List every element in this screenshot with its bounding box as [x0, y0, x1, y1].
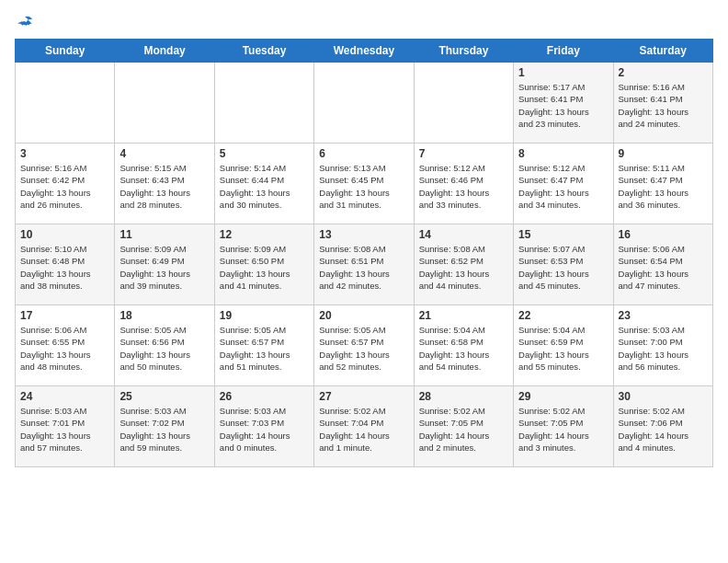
- day-number: 21: [419, 309, 508, 322]
- calendar-cell: [314, 63, 414, 144]
- calendar-cell: 28Sunrise: 5:02 AM Sunset: 7:05 PM Dayli…: [414, 386, 513, 467]
- calendar-cell: 13Sunrise: 5:08 AM Sunset: 6:51 PM Dayli…: [314, 224, 414, 305]
- calendar-table: SundayMondayTuesdayWednesdayThursdayFrid…: [15, 39, 713, 467]
- day-number: 30: [619, 390, 708, 403]
- page-header: [15, 15, 713, 31]
- day-info: Sunrise: 5:04 AM Sunset: 6:58 PM Dayligh…: [419, 324, 508, 373]
- calendar-cell: 2Sunrise: 5:16 AM Sunset: 6:41 PM Daylig…: [613, 63, 712, 144]
- day-info: Sunrise: 5:06 AM Sunset: 6:54 PM Dayligh…: [619, 243, 708, 292]
- day-info: Sunrise: 5:16 AM Sunset: 6:41 PM Dayligh…: [619, 81, 708, 130]
- calendar-cell: [414, 63, 513, 144]
- day-info: Sunrise: 5:02 AM Sunset: 7:05 PM Dayligh…: [419, 405, 508, 454]
- calendar-week-row: 24Sunrise: 5:03 AM Sunset: 7:01 PM Dayli…: [16, 386, 713, 467]
- calendar-cell: 16Sunrise: 5:06 AM Sunset: 6:54 PM Dayli…: [613, 224, 712, 305]
- calendar-header-friday: Friday: [514, 40, 613, 63]
- calendar-cell: [115, 63, 214, 144]
- calendar-cell: 23Sunrise: 5:03 AM Sunset: 7:00 PM Dayli…: [613, 305, 712, 386]
- calendar-cell: [16, 63, 115, 144]
- day-info: Sunrise: 5:02 AM Sunset: 7:05 PM Dayligh…: [518, 405, 608, 454]
- calendar-week-row: 1Sunrise: 5:17 AM Sunset: 6:41 PM Daylig…: [16, 63, 713, 144]
- day-info: Sunrise: 5:03 AM Sunset: 7:03 PM Dayligh…: [220, 405, 309, 454]
- calendar-cell: 30Sunrise: 5:02 AM Sunset: 7:06 PM Dayli…: [613, 386, 712, 467]
- day-number: 23: [619, 309, 708, 322]
- calendar-week-row: 3Sunrise: 5:16 AM Sunset: 6:42 PM Daylig…: [16, 144, 713, 224]
- day-info: Sunrise: 5:06 AM Sunset: 6:55 PM Dayligh…: [20, 324, 109, 373]
- day-info: Sunrise: 5:05 AM Sunset: 6:57 PM Dayligh…: [319, 324, 408, 373]
- day-info: Sunrise: 5:17 AM Sunset: 6:41 PM Dayligh…: [518, 81, 608, 130]
- calendar-week-row: 17Sunrise: 5:06 AM Sunset: 6:55 PM Dayli…: [16, 305, 713, 386]
- day-number: 3: [20, 147, 109, 160]
- day-number: 22: [518, 309, 608, 322]
- day-info: Sunrise: 5:14 AM Sunset: 6:44 PM Dayligh…: [220, 162, 309, 211]
- calendar-cell: 1Sunrise: 5:17 AM Sunset: 6:41 PM Daylig…: [514, 63, 613, 144]
- day-info: Sunrise: 5:03 AM Sunset: 7:00 PM Dayligh…: [619, 324, 708, 373]
- day-number: 9: [619, 147, 708, 160]
- day-number: 4: [119, 147, 209, 160]
- calendar-header-sunday: Sunday: [16, 40, 115, 63]
- calendar-cell: 6Sunrise: 5:13 AM Sunset: 6:45 PM Daylig…: [314, 144, 414, 224]
- calendar-cell: 17Sunrise: 5:06 AM Sunset: 6:55 PM Dayli…: [16, 305, 115, 386]
- calendar-cell: 26Sunrise: 5:03 AM Sunset: 7:03 PM Dayli…: [214, 386, 313, 467]
- day-info: Sunrise: 5:03 AM Sunset: 7:02 PM Dayligh…: [119, 405, 209, 454]
- calendar-header-saturday: Saturday: [613, 40, 712, 63]
- day-info: Sunrise: 5:08 AM Sunset: 6:52 PM Dayligh…: [419, 243, 508, 292]
- calendar-week-row: 10Sunrise: 5:10 AM Sunset: 6:48 PM Dayli…: [16, 224, 713, 305]
- calendar-cell: 11Sunrise: 5:09 AM Sunset: 6:49 PM Dayli…: [115, 224, 214, 305]
- day-info: Sunrise: 5:13 AM Sunset: 6:45 PM Dayligh…: [319, 162, 408, 211]
- day-number: 25: [119, 390, 209, 403]
- calendar-cell: 18Sunrise: 5:05 AM Sunset: 6:56 PM Dayli…: [115, 305, 214, 386]
- calendar-cell: [214, 63, 313, 144]
- calendar-cell: 21Sunrise: 5:04 AM Sunset: 6:58 PM Dayli…: [414, 305, 513, 386]
- day-number: 13: [319, 228, 408, 241]
- day-info: Sunrise: 5:12 AM Sunset: 6:47 PM Dayligh…: [518, 162, 608, 211]
- day-number: 14: [419, 228, 508, 241]
- calendar-header-monday: Monday: [115, 40, 214, 63]
- day-number: 8: [518, 147, 608, 160]
- day-info: Sunrise: 5:07 AM Sunset: 6:53 PM Dayligh…: [518, 243, 608, 292]
- day-number: 24: [20, 390, 109, 403]
- day-number: 1: [518, 66, 608, 79]
- day-number: 19: [220, 309, 309, 322]
- calendar-cell: 25Sunrise: 5:03 AM Sunset: 7:02 PM Dayli…: [115, 386, 214, 467]
- calendar-header-wednesday: Wednesday: [314, 40, 414, 63]
- day-info: Sunrise: 5:05 AM Sunset: 6:57 PM Dayligh…: [220, 324, 309, 373]
- day-info: Sunrise: 5:16 AM Sunset: 6:42 PM Dayligh…: [20, 162, 109, 211]
- calendar-cell: 10Sunrise: 5:10 AM Sunset: 6:48 PM Dayli…: [16, 224, 115, 305]
- calendar-cell: 8Sunrise: 5:12 AM Sunset: 6:47 PM Daylig…: [514, 144, 613, 224]
- day-info: Sunrise: 5:03 AM Sunset: 7:01 PM Dayligh…: [20, 405, 109, 454]
- day-number: 27: [319, 390, 408, 403]
- logo: [15, 15, 33, 31]
- calendar-cell: 24Sunrise: 5:03 AM Sunset: 7:01 PM Dayli…: [16, 386, 115, 467]
- calendar-cell: 4Sunrise: 5:15 AM Sunset: 6:43 PM Daylig…: [115, 144, 214, 224]
- calendar-cell: 29Sunrise: 5:02 AM Sunset: 7:05 PM Dayli…: [514, 386, 613, 467]
- day-number: 12: [220, 228, 309, 241]
- calendar-cell: 9Sunrise: 5:11 AM Sunset: 6:47 PM Daylig…: [613, 144, 712, 224]
- day-info: Sunrise: 5:08 AM Sunset: 6:51 PM Dayligh…: [319, 243, 408, 292]
- day-number: 2: [619, 66, 708, 79]
- calendar-cell: 12Sunrise: 5:09 AM Sunset: 6:50 PM Dayli…: [214, 224, 313, 305]
- day-number: 28: [419, 390, 508, 403]
- day-info: Sunrise: 5:10 AM Sunset: 6:48 PM Dayligh…: [20, 243, 109, 292]
- calendar-header-row: SundayMondayTuesdayWednesdayThursdayFrid…: [16, 40, 713, 63]
- day-number: 11: [119, 228, 209, 241]
- day-number: 17: [20, 309, 109, 322]
- day-number: 15: [518, 228, 608, 241]
- day-number: 20: [319, 309, 408, 322]
- day-info: Sunrise: 5:04 AM Sunset: 6:59 PM Dayligh…: [518, 324, 608, 373]
- day-info: Sunrise: 5:05 AM Sunset: 6:56 PM Dayligh…: [119, 324, 209, 373]
- calendar-cell: 5Sunrise: 5:14 AM Sunset: 6:44 PM Daylig…: [214, 144, 313, 224]
- calendar-cell: 14Sunrise: 5:08 AM Sunset: 6:52 PM Dayli…: [414, 224, 513, 305]
- calendar-header-tuesday: Tuesday: [214, 40, 313, 63]
- calendar-header-thursday: Thursday: [414, 40, 513, 63]
- calendar-cell: 7Sunrise: 5:12 AM Sunset: 6:46 PM Daylig…: [414, 144, 513, 224]
- calendar-cell: 19Sunrise: 5:05 AM Sunset: 6:57 PM Dayli…: [214, 305, 313, 386]
- day-number: 5: [220, 147, 309, 160]
- day-info: Sunrise: 5:15 AM Sunset: 6:43 PM Dayligh…: [119, 162, 209, 211]
- calendar-cell: 27Sunrise: 5:02 AM Sunset: 7:04 PM Dayli…: [314, 386, 414, 467]
- day-info: Sunrise: 5:12 AM Sunset: 6:46 PM Dayligh…: [419, 162, 508, 211]
- calendar-cell: 3Sunrise: 5:16 AM Sunset: 6:42 PM Daylig…: [16, 144, 115, 224]
- day-info: Sunrise: 5:02 AM Sunset: 7:04 PM Dayligh…: [319, 405, 408, 454]
- day-number: 26: [220, 390, 309, 403]
- day-info: Sunrise: 5:02 AM Sunset: 7:06 PM Dayligh…: [619, 405, 708, 454]
- calendar-cell: 20Sunrise: 5:05 AM Sunset: 6:57 PM Dayli…: [314, 305, 414, 386]
